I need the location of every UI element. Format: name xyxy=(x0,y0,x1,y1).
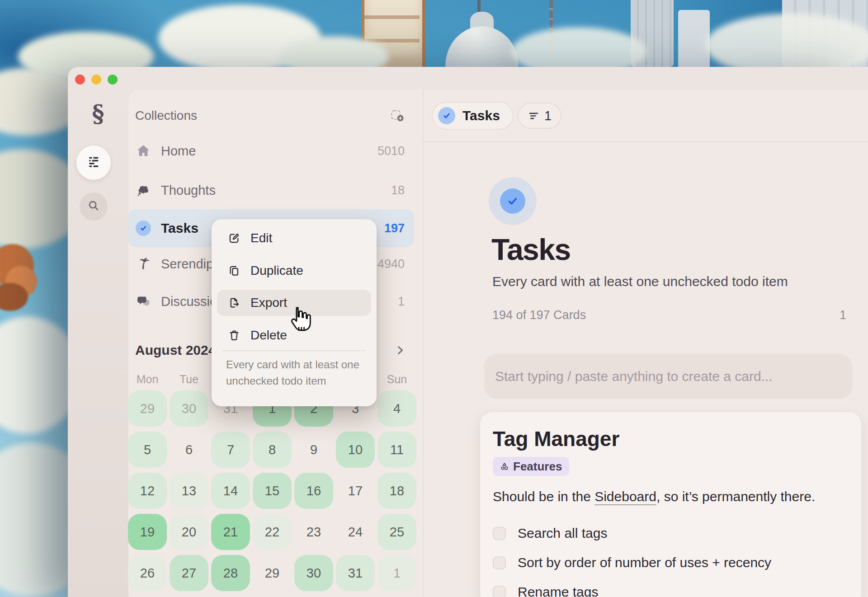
export-icon xyxy=(228,296,241,309)
screen: § Collections Home5010Thoughts18Tasks197… xyxy=(0,0,868,597)
search-button[interactable] xyxy=(80,193,108,221)
cards-right-count: 1 xyxy=(840,308,846,322)
menu-item-label: Duplicate xyxy=(250,263,303,278)
calendar-day[interactable]: 13 xyxy=(170,473,208,509)
calendar-day[interactable]: 1 xyxy=(377,555,416,591)
filter-pill[interactable]: 1 xyxy=(518,103,561,129)
calendar-day[interactable]: 10 xyxy=(336,432,375,468)
calendar-day[interactable]: 23 xyxy=(294,514,333,550)
calendar-day[interactable]: 27 xyxy=(170,555,208,591)
calendar-day[interactable]: 22 xyxy=(253,514,292,550)
shapes-icon xyxy=(500,462,509,471)
card-composer-input[interactable]: Start typing / paste anything to create … xyxy=(484,354,852,399)
edit-icon xyxy=(228,232,241,244)
traffic-zoom[interactable] xyxy=(108,75,118,85)
sidebar-item-label: Home xyxy=(161,144,377,159)
check-circle-icon xyxy=(500,188,525,214)
sidebar-item-count: 197 xyxy=(384,221,405,235)
toolbar-divider xyxy=(424,141,868,142)
check-circle-icon xyxy=(438,107,455,124)
calendar-day-header: Sun xyxy=(377,373,416,386)
collection-pill[interactable]: Tasks xyxy=(432,102,514,130)
calendar-day[interactable]: 15 xyxy=(253,473,292,509)
calendar-day[interactable]: 7 xyxy=(211,432,250,468)
main-panel: Tasks 1 Tasks Every card with at least o… xyxy=(424,89,868,597)
menu-divider xyxy=(222,350,367,351)
collections-title: Collections xyxy=(135,108,197,123)
card-title: Tag Manager xyxy=(493,427,619,451)
sidebar-header: Collections xyxy=(135,106,405,126)
app-window: § Collections Home5010Thoughts18Tasks197… xyxy=(68,67,868,597)
home-icon xyxy=(136,143,151,159)
calendar-day[interactable]: 25 xyxy=(377,514,416,550)
tag-label: Features xyxy=(513,460,562,474)
calendar-grid: 2930311234567891011121314151617181920212… xyxy=(128,390,416,591)
collections-list-icon xyxy=(86,154,101,171)
check-circle-icon xyxy=(136,221,151,236)
page-title: Tasks xyxy=(491,232,571,267)
calendar-day[interactable]: 18 xyxy=(377,473,416,509)
sidebar-item-home[interactable]: Home5010 xyxy=(128,132,414,170)
todo-checkbox[interactable] xyxy=(493,556,506,569)
calendar-day[interactable]: 5 xyxy=(128,432,167,468)
calendar-day[interactable]: 11 xyxy=(377,432,416,468)
note-card[interactable]: Tag Manager Features Should be in the Si… xyxy=(480,412,861,597)
calendar-day[interactable]: 24 xyxy=(336,514,375,550)
menu-item-label: Export xyxy=(250,296,287,310)
calendar-day[interactable]: 14 xyxy=(211,473,250,509)
search-icon xyxy=(87,199,100,214)
calendar-day[interactable]: 21 xyxy=(211,514,250,550)
todo-checkbox[interactable] xyxy=(493,527,506,540)
calendar-day[interactable]: 4 xyxy=(377,390,416,427)
calendar-day[interactable]: 16 xyxy=(294,473,333,509)
chat-bubbles-icon xyxy=(136,294,151,309)
calendar-day[interactable]: 30 xyxy=(170,390,208,427)
todo-checkbox[interactable] xyxy=(493,586,506,597)
todo-label: Sort by order of number of uses + recenc… xyxy=(518,555,771,570)
body-text: Should be in the xyxy=(493,489,594,504)
sidebar-item-label: Thoughts xyxy=(161,183,391,198)
calendar-day[interactable]: 12 xyxy=(128,473,167,509)
traffic-close[interactable] xyxy=(75,75,85,85)
calendar-day[interactable]: 29 xyxy=(128,390,167,427)
menu-description: Every card with at least one unchecked t… xyxy=(226,357,364,389)
calendar-day[interactable]: 20 xyxy=(170,514,208,550)
calendar-day-header: Mon xyxy=(128,373,167,386)
chevron-right-icon[interactable] xyxy=(394,344,406,357)
collection-avatar xyxy=(489,177,537,225)
todo-label: Rename tags xyxy=(518,584,598,597)
palm-tree-icon xyxy=(136,256,151,272)
sidebar-item-count: 4940 xyxy=(377,257,405,271)
cards-count: 194 of 197 Cards xyxy=(492,308,586,322)
add-collection-button[interactable] xyxy=(390,108,405,123)
tag-pill-features[interactable]: Features xyxy=(493,457,569,476)
sideboard-link[interactable]: Sideboard xyxy=(594,489,656,504)
cards-count-row: 194 of 197 Cards 1 xyxy=(492,308,846,322)
calendar-day[interactable]: 28 xyxy=(211,555,250,591)
calendar-day[interactable]: 29 xyxy=(253,555,292,591)
menu-item-label: Delete xyxy=(250,328,287,343)
calendar-day[interactable]: 31 xyxy=(336,555,375,591)
nav-rail: § xyxy=(68,89,128,597)
todo-item: Search all tags xyxy=(493,523,607,543)
calendar-day[interactable]: 19 xyxy=(128,514,167,550)
filter-count: 1 xyxy=(544,108,552,123)
menu-item-edit[interactable]: Edit xyxy=(217,225,371,251)
calendar-day[interactable]: 6 xyxy=(170,432,208,468)
collections-nav-button[interactable] xyxy=(76,146,111,180)
calendar-day-header: Tue xyxy=(170,373,208,386)
sidebar-item-count: 5010 xyxy=(377,144,405,158)
menu-item-duplicate[interactable]: Duplicate xyxy=(217,258,371,284)
calendar-day[interactable]: 17 xyxy=(336,473,375,509)
composer-placeholder: Start typing / paste anything to create … xyxy=(495,369,773,384)
wallpaper-building xyxy=(678,10,710,67)
calendar-day[interactable]: 30 xyxy=(294,555,333,591)
body-text: , so it’s permanently there. xyxy=(656,489,815,504)
todo-item: Rename tags xyxy=(493,582,598,597)
traffic-minimize[interactable] xyxy=(91,75,101,85)
calendar-day[interactable]: 9 xyxy=(294,432,333,468)
todo-label: Search all tags xyxy=(518,526,607,541)
calendar-day[interactable]: 26 xyxy=(128,555,167,591)
calendar-day[interactable]: 8 xyxy=(253,432,292,468)
sidebar-item-thoughts[interactable]: Thoughts18 xyxy=(128,171,414,209)
